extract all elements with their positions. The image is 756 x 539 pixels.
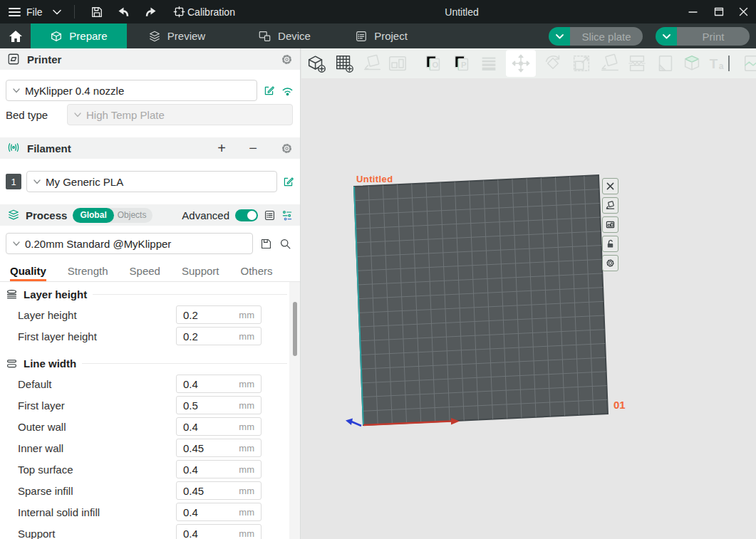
filament-section-title: Filament	[27, 142, 71, 155]
param-label: First layer	[18, 399, 65, 412]
tab-device-label: Device	[278, 30, 311, 42]
plate-name-label[interactable]: Untitled	[356, 174, 393, 184]
tab-project[interactable]: Project	[342, 23, 420, 48]
layer-height-icon	[6, 289, 18, 300]
plate-number-label: 01	[613, 399, 626, 411]
print-button[interactable]: Print	[656, 27, 750, 46]
chevron-down-icon	[13, 88, 20, 93]
home-icon	[9, 30, 23, 43]
tab-prepare[interactable]: Prepare	[31, 23, 127, 48]
lock-plate-button[interactable]	[602, 236, 618, 252]
layer-height-input[interactable]: 0.2 mm	[176, 305, 262, 324]
line-width-internal-solid-infill-input[interactable]: 0.4mm	[176, 503, 262, 521]
edit-printer-icon[interactable]	[263, 85, 275, 97]
calibration-icon[interactable]	[173, 0, 185, 23]
file-menu[interactable]: File	[26, 0, 43, 23]
tab-support[interactable]: Support	[182, 265, 219, 281]
bed-type-dropdown[interactable]: High Temp Plate	[67, 104, 293, 125]
param-row: Sparse infill 0.45mm	[0, 480, 300, 501]
param-label: Outer wall	[18, 421, 66, 433]
search-preset-icon[interactable]	[279, 238, 291, 250]
chevron-down-icon	[13, 241, 20, 246]
delete-plate-button[interactable]	[602, 178, 618, 194]
redo-icon[interactable]	[145, 0, 157, 23]
device-monitor-icon	[258, 30, 271, 43]
add-filament-button[interactable]: +	[214, 141, 229, 155]
tab-others[interactable]: Others	[241, 265, 273, 281]
arrange-plate-button[interactable]	[602, 216, 618, 233]
remove-filament-button[interactable]: −	[245, 141, 261, 155]
filament-preset-dropdown[interactable]: My Generic PLA	[26, 171, 277, 192]
line-width-inner-wall-input[interactable]: 0.45mm	[176, 439, 262, 457]
hamburger-icon[interactable]	[9, 0, 21, 23]
undo-icon[interactable]	[117, 0, 130, 23]
param-row: Outer wall 0.4mm	[0, 416, 300, 437]
sidebar-scrollbar[interactable]	[289, 282, 300, 539]
scope-global[interactable]: Global	[73, 208, 113, 223]
calibration-menu[interactable]: Calibration	[187, 0, 235, 23]
build-plate[interactable]	[301, 48, 756, 539]
printer-section-header: Printer	[0, 48, 300, 70]
close-button[interactable]	[731, 0, 755, 23]
param-row: First layer height 0.2 mm	[0, 325, 300, 347]
param-row: Inner wall 0.45mm	[0, 437, 300, 459]
minimize-button[interactable]	[680, 0, 705, 23]
menu-chevron-down-icon[interactable]	[53, 0, 61, 23]
maximize-button[interactable]	[707, 0, 731, 23]
param-label: First layer height	[18, 330, 97, 342]
slice-dropdown-chevron-icon[interactable]	[549, 27, 570, 46]
printer-settings-gear-icon[interactable]	[281, 53, 293, 66]
tab-quality[interactable]: Quality	[10, 265, 46, 281]
filament-icon	[7, 142, 20, 155]
plate-settings-button[interactable]	[602, 255, 618, 271]
viewport-3d[interactable]: O P	[301, 48, 756, 539]
line-width-first-layer-input[interactable]: 0.5mm	[176, 396, 262, 414]
slice-plate-label: Slice plate	[570, 27, 643, 46]
line-width-outer-wall-input[interactable]: 0.4mm	[176, 417, 262, 436]
param-row: Default 0.4mm	[0, 373, 300, 394]
line-width-default-input[interactable]: 0.4mm	[176, 375, 262, 393]
chevron-down-icon	[33, 179, 41, 184]
first-layer-height-input[interactable]: 0.2 mm	[176, 327, 262, 345]
bed-type-value: High Temp Plate	[86, 109, 165, 121]
printer-preset-dropdown[interactable]: MyKlipper 0.4 nozzle	[6, 80, 257, 101]
slice-plate-button[interactable]: Slice plate	[549, 27, 643, 46]
home-tab[interactable]	[0, 23, 31, 48]
compare-presets-icon[interactable]	[281, 209, 293, 221]
preview-layers-icon	[148, 30, 161, 43]
process-scope-toggle[interactable]: Global Objects	[73, 208, 152, 223]
advanced-toggle[interactable]	[235, 209, 258, 221]
window-title: Untitled	[419, 0, 504, 23]
line-width-sparse-infill-input[interactable]: 0.45mm	[176, 481, 262, 500]
tab-preview[interactable]: Preview	[135, 23, 218, 48]
filament-slot-badge: 1	[6, 174, 21, 189]
edit-filament-icon[interactable]	[282, 176, 294, 188]
line-width-support-input[interactable]: 0.4mm	[176, 524, 262, 539]
param-label: Support	[18, 528, 56, 539]
project-list-icon	[355, 30, 368, 43]
process-section-title: Process	[26, 209, 67, 221]
titlebar-divider	[74, 5, 75, 19]
print-label: Print	[677, 27, 750, 46]
save-preset-icon[interactable]	[260, 238, 272, 250]
wifi-connection-icon[interactable]	[281, 85, 294, 96]
print-dropdown-chevron-icon[interactable]	[656, 27, 677, 46]
z-axis-arrow	[346, 419, 353, 426]
line-width-title: Line width	[24, 357, 76, 370]
scrollbar-thumb[interactable]	[293, 302, 297, 356]
main-tab-bar: Prepare Preview Device Project Slice pla…	[0, 23, 756, 48]
process-preset-dropdown[interactable]: 0.20mm Standard @MyKlipper	[6, 233, 253, 254]
orient-plate-button[interactable]	[602, 197, 618, 214]
parameter-panel: Layer height Layer height 0.2 mm First l…	[0, 282, 300, 539]
line-width-section: Line width	[6, 355, 294, 372]
parameter-table-icon[interactable]	[264, 209, 276, 221]
filament-settings-gear-icon[interactable]	[281, 142, 293, 155]
layer-height-section: Layer height	[6, 286, 294, 303]
scope-objects[interactable]: Objects	[114, 210, 153, 220]
param-value: 0.2	[183, 330, 198, 342]
line-width-top-surface-input[interactable]: 0.4mm	[176, 460, 262, 478]
tab-speed[interactable]: Speed	[130, 265, 160, 281]
save-icon[interactable]	[90, 0, 103, 23]
tab-strength[interactable]: Strength	[68, 265, 108, 281]
tab-device[interactable]: Device	[245, 23, 323, 48]
